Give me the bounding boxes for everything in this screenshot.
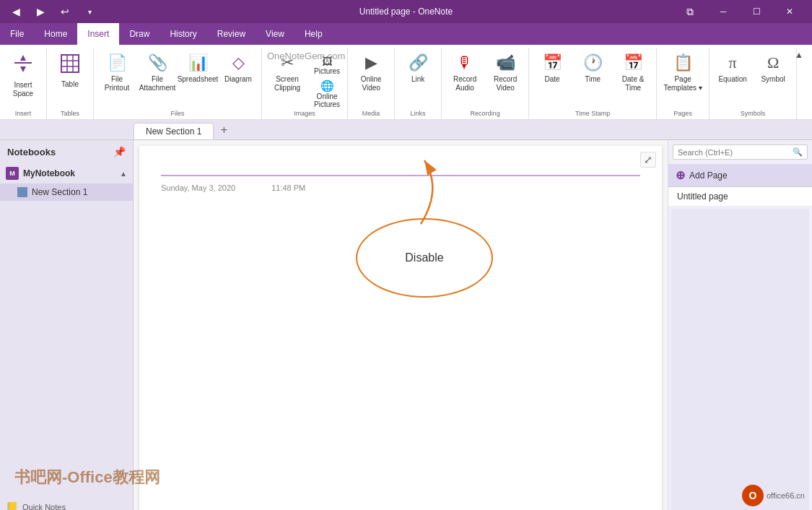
spreadsheet-icon: 📊 — [188, 53, 208, 72]
record-audio-icon: 🎙 — [457, 53, 473, 72]
notebooks-label: Notebooks — [7, 147, 56, 157]
file-printout-button[interactable]: 📄 FilePrintout — [98, 51, 136, 98]
section-tab-active[interactable]: New Section 1 — [134, 123, 214, 139]
window-title: Untitled page - OneNote — [359, 7, 453, 17]
menu-file[interactable]: File — [0, 23, 34, 45]
titlebar-left: ◀ ▶ ↩ ▾ — [6, 3, 100, 20]
online-video-label: OnlineVideo — [361, 75, 382, 92]
annotation-arrow — [139, 146, 662, 510]
page-canvas[interactable]: Sunday, May 3, 2020 11:48 PM ⤢ Disable — [139, 146, 662, 510]
online-pictures-icon: 🌐 — [320, 79, 334, 92]
svg-marker-2 — [20, 66, 26, 72]
screen-clipping-button[interactable]: ✂ ScreenClipping — [266, 51, 308, 98]
page-header-line — [161, 175, 640, 176]
minimize-button[interactable]: ─ — [707, 0, 740, 23]
file-printout-label: FilePrintout — [105, 75, 129, 92]
diagram-icon: ◇ — [232, 53, 245, 72]
ribbon-group-images-label: Images — [294, 110, 315, 119]
screen-clipping-label: ScreenClipping — [274, 75, 300, 92]
ribbon-group-recording: 🎙 RecordAudio 📹 RecordVideo Recording — [442, 48, 529, 119]
back-button[interactable]: ◀ — [6, 3, 26, 20]
ribbon-items-pages: 📋 PageTemplates ▾ — [661, 48, 704, 110]
date-button[interactable]: 📅 Date — [533, 51, 571, 98]
restore-down-button[interactable]: ⧉ — [673, 0, 707, 23]
record-video-button[interactable]: 📹 RecordVideo — [486, 51, 524, 98]
add-page-button[interactable]: ⊕ Add Page — [668, 164, 812, 187]
tab-bar: New Section 1 + — [0, 120, 812, 140]
ribbon-group-timestamp: 📅 Date 🕐 Time 📅 Date &Time Time Stamp — [529, 48, 657, 119]
page-item[interactable]: Untitled page — [668, 187, 812, 207]
record-video-icon: 📹 — [496, 53, 515, 72]
search-bar[interactable]: 🔍 — [673, 144, 808, 160]
insert-space-button[interactable]: InsertSpace — [4, 51, 42, 101]
menu-help[interactable]: Help — [294, 23, 333, 45]
ribbon-group-media: ▶ OnlineVideo Media — [348, 48, 395, 119]
ribbon-items-timestamp: 📅 Date 🕐 Time 📅 Date &Time — [533, 48, 652, 110]
page-date: Sunday, May 3, 2020 11:48 PM — [161, 183, 640, 192]
ribbon-items-insert: InsertSpace — [4, 48, 42, 110]
symbol-icon: Ω — [767, 53, 779, 72]
file-attachment-icon: 📎 — [148, 53, 167, 72]
menu-draw[interactable]: Draw — [119, 23, 160, 45]
page-title: Untitled page — [677, 191, 728, 202]
file-attachment-label: FileAttachment — [139, 75, 176, 92]
pictures-button[interactable]: 🖼 Pictures — [311, 53, 343, 77]
menu-view[interactable]: View — [256, 23, 294, 45]
time-label: Time — [585, 75, 601, 84]
ribbon-group-tables: Table Tables — [47, 48, 94, 119]
sidebar: Notebooks 📌 M MyNotebook ▲ New Section 1… — [0, 140, 134, 510]
date-icon: 📅 — [543, 53, 562, 72]
pin-icon: 📌 — [113, 146, 126, 157]
maximize-button[interactable]: ☐ — [740, 0, 773, 23]
online-video-button[interactable]: ▶ OnlineVideo — [352, 51, 390, 98]
add-section-button[interactable]: + — [215, 121, 232, 139]
menu-insert[interactable]: Insert — [77, 23, 119, 45]
pictures-label: Pictures — [314, 67, 340, 75]
table-label: Table — [61, 80, 79, 89]
page-templates-button[interactable]: 📋 PageTemplates ▾ — [661, 51, 704, 98]
equation-label: Equation — [718, 75, 746, 84]
ribbon-group-files: 📄 FilePrintout 📎 FileAttachment 📊 Spread… — [94, 48, 262, 119]
ribbon-group-insert: InsertSpace Insert — [0, 48, 47, 119]
disable-annotation: Disable — [356, 218, 493, 298]
menu-home[interactable]: Home — [34, 23, 77, 45]
forward-button[interactable]: ▶ — [30, 3, 51, 20]
section-item[interactable]: New Section 1 — [0, 183, 133, 201]
notebook-item[interactable]: M MyNotebook ▲ — [0, 163, 133, 183]
undo-button[interactable]: ↩ — [55, 3, 75, 20]
search-input[interactable] — [678, 148, 790, 157]
spreadsheet-button[interactable]: 📊 Spreadsheet — [179, 51, 217, 98]
sidebar-header: Notebooks 📌 — [0, 140, 133, 163]
time-icon: 🕐 — [583, 53, 603, 72]
link-button[interactable]: 🔗 Link — [399, 51, 437, 98]
file-attachment-button[interactable]: 📎 FileAttachment — [139, 51, 176, 98]
time-button[interactable]: 🕐 Time — [574, 51, 611, 98]
diagram-button[interactable]: ◇ Diagram — [219, 51, 257, 98]
ribbon: OneNoteGem.com InsertSpace Insert — [0, 45, 812, 120]
expand-button[interactable]: ⤢ — [640, 152, 656, 168]
record-video-label: RecordVideo — [494, 75, 517, 92]
quick-access-dropdown[interactable]: ▾ — [79, 3, 100, 20]
notebook-name: MyNotebook — [23, 168, 115, 178]
equation-icon: π — [729, 53, 737, 72]
right-panel: 🔍 ⊕ Add Page Untitled page — [668, 140, 812, 510]
symbol-button[interactable]: Ω Symbol — [754, 51, 792, 98]
menu-history[interactable]: History — [160, 23, 206, 45]
svg-rect-0 — [14, 62, 32, 64]
date-time-label: Date &Time — [622, 75, 645, 92]
quick-notes-button[interactable]: 📒 Quick Notes — [0, 497, 133, 510]
add-page-label: Add Page — [689, 170, 728, 181]
ribbon-group-tables-label: Tables — [61, 110, 79, 119]
table-icon — [60, 53, 80, 77]
record-audio-button[interactable]: 🎙 RecordAudio — [446, 51, 484, 98]
menu-review[interactable]: Review — [207, 23, 256, 45]
page-templates-label: PageTemplates ▾ — [663, 75, 702, 92]
close-button[interactable]: ✕ — [773, 0, 806, 23]
date-time-button[interactable]: 📅 Date &Time — [614, 51, 652, 98]
spreadsheet-label: Spreadsheet — [178, 75, 219, 84]
ribbon-group-symbols-label: Symbols — [741, 110, 766, 119]
online-pictures-button[interactable]: 🌐 OnlinePictures — [311, 78, 343, 110]
equation-button[interactable]: π Equation — [714, 51, 751, 98]
ribbon-collapse-button[interactable]: ▲ — [792, 48, 806, 62]
table-button[interactable]: Table — [51, 51, 89, 98]
